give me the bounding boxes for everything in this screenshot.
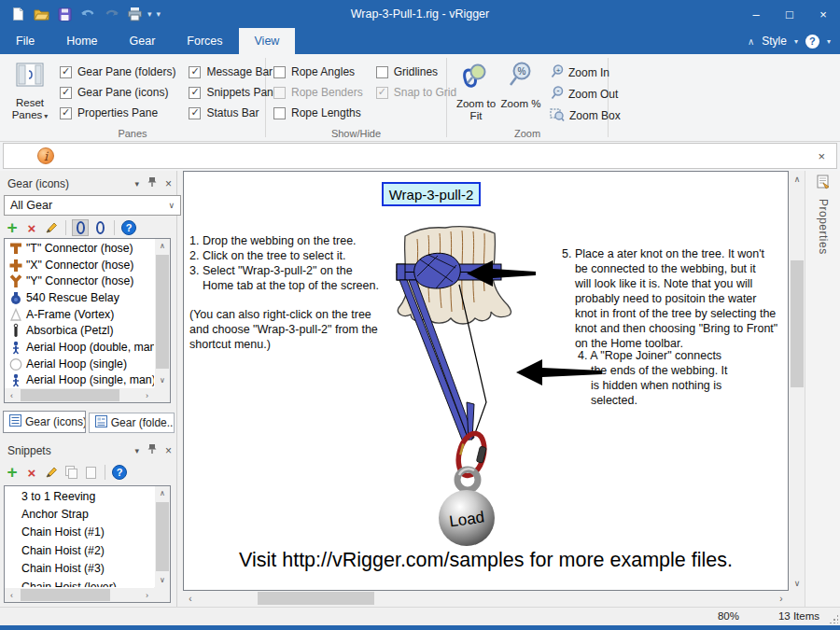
pane-close-icon[interactable]: ×: [165, 177, 172, 190]
resize-grip[interactable]: [829, 614, 838, 623]
scroll-down-icon[interactable]: ∨: [155, 373, 170, 387]
scroll-up-icon[interactable]: ∧: [155, 486, 170, 500]
gear-list-item[interactable]: Aerial Hoop (single): [5, 356, 154, 372]
help-icon[interactable]: ?: [805, 35, 819, 49]
zoom-out-button[interactable]: - Zoom Out: [550, 86, 621, 103]
close-button[interactable]: ×: [806, 0, 840, 28]
gear-help-button[interactable]: ?: [120, 219, 137, 236]
gear-view-small-button[interactable]: [91, 219, 108, 236]
delete-snippet-button[interactable]: ×: [23, 464, 40, 481]
help-dropdown-icon[interactable]: ▾: [827, 37, 831, 46]
checkbox-gear-pane-folders[interactable]: Gear Pane (folders): [60, 65, 175, 78]
tab-home[interactable]: Home: [50, 28, 113, 54]
undo-icon[interactable]: [79, 6, 96, 22]
message-bar-close-icon[interactable]: ×: [818, 149, 825, 163]
scroll-thumb[interactable]: [791, 260, 804, 387]
checkbox-snap-to-grid[interactable]: Snap to Grid: [376, 86, 456, 99]
customize-toolbar-icon[interactable]: ▾: [157, 9, 161, 19]
checkbox-rope-benders[interactable]: Rope Benders: [273, 86, 363, 99]
minimize-button[interactable]: –: [739, 0, 773, 28]
maximize-button[interactable]: □: [773, 0, 806, 28]
gear-list-item[interactable]: 540 Rescue Belay: [5, 289, 154, 306]
scroll-thumb[interactable]: [258, 592, 374, 605]
tab-gear-icons[interactable]: Gear (icons): [3, 411, 86, 433]
style-menu[interactable]: Style: [762, 35, 787, 48]
status-zoom-level[interactable]: 80%: [718, 610, 739, 622]
copy-icon: [65, 466, 77, 479]
scroll-up-icon[interactable]: ∧: [155, 239, 170, 253]
copy-snippet-icon[interactable]: [63, 464, 79, 481]
pane-menu-icon[interactable]: ▾: [134, 179, 139, 189]
gear-view-large-button[interactable]: [72, 219, 89, 236]
checkbox-properties-pane[interactable]: Properties Pane: [60, 106, 175, 119]
scroll-right-icon[interactable]: ›: [774, 591, 789, 606]
snippet-list-item[interactable]: Chain Hoist (#2): [5, 541, 154, 559]
save-icon[interactable]: [56, 6, 73, 22]
tab-gear[interactable]: Gear: [114, 28, 172, 54]
edit-gear-button[interactable]: [43, 219, 60, 236]
open-file-icon[interactable]: [33, 6, 49, 22]
new-file-icon[interactable]: [9, 6, 26, 22]
scroll-left-icon[interactable]: ‹: [5, 588, 19, 602]
tab-forces[interactable]: Forces: [171, 28, 238, 54]
snippets-help-button[interactable]: ?: [111, 464, 128, 481]
new-snippet-icon[interactable]: [82, 464, 99, 481]
tab-gear-folders[interactable]: Gear (folde...: [89, 413, 175, 433]
checkbox-gear-pane-icons[interactable]: Gear Pane (icons): [60, 86, 175, 99]
checkbox-rope-angles[interactable]: Rope Angles: [273, 65, 363, 78]
scroll-thumb[interactable]: [21, 389, 119, 401]
delete-gear-button[interactable]: ×: [23, 219, 40, 236]
gear-list-item[interactable]: A-Frame (Vortex): [5, 306, 154, 323]
gear-list-vscrollbar[interactable]: ∧ ∨: [155, 239, 170, 387]
scroll-down-icon[interactable]: ∨: [155, 573, 170, 587]
gear-list-item[interactable]: Aerial Hoop (double, man): [5, 339, 154, 356]
tab-file[interactable]: File: [0, 28, 50, 54]
scroll-right-icon[interactable]: ›: [140, 588, 154, 602]
scroll-left-icon[interactable]: ‹: [5, 388, 19, 402]
print-icon[interactable]: [126, 6, 143, 22]
collapse-ribbon-icon[interactable]: ∧: [748, 36, 754, 47]
gear-list-item[interactable]: "Y" Connector (hose): [5, 273, 154, 289]
snippet-list-item[interactable]: Chain Hoist (lever): [5, 578, 154, 587]
redo-icon[interactable]: [103, 6, 119, 22]
pin-icon[interactable]: [147, 176, 157, 190]
scroll-left-icon[interactable]: ‹: [183, 591, 198, 606]
pin-icon[interactable]: [147, 443, 157, 457]
rigging-canvas[interactable]: Load Wrap-3-pull-2 1. Drop the webbing o…: [183, 171, 789, 591]
gear-list-item[interactable]: Aerial Hoop (single, man): [5, 372, 154, 388]
snippet-list-item[interactable]: Chain Hoist (#3): [5, 560, 154, 578]
scroll-up-icon[interactable]: ∧: [790, 172, 805, 187]
diagram-title-box[interactable]: Wrap-3-pull-2: [382, 182, 481, 206]
gear-list-item[interactable]: "T" Connector (hose): [5, 240, 154, 257]
snippet-list-item[interactable]: 3 to 1 Reeving: [5, 487, 154, 505]
print-dropdown-icon[interactable]: ▾: [147, 9, 152, 19]
snippet-list-item[interactable]: Chain Hoist (#1): [5, 524, 154, 541]
gear-filter-dropdown[interactable]: All Gear ∨: [4, 195, 181, 216]
gear-list-item[interactable]: Absorbica (Petzl): [5, 322, 154, 339]
add-gear-button[interactable]: +: [4, 219, 21, 236]
snippets-hscrollbar[interactable]: ‹ ›: [5, 588, 154, 602]
scroll-thumb[interactable]: [21, 589, 110, 601]
zoom-in-button[interactable]: + Zoom In: [550, 64, 621, 81]
gear-list-item[interactable]: "X" Connector (hose): [5, 257, 154, 273]
pane-menu-icon[interactable]: ▾: [134, 446, 139, 455]
snippets-vscrollbar[interactable]: ∧ ∨: [155, 486, 170, 587]
zoom-out-label: Zoom Out: [568, 88, 618, 101]
snippet-list-item[interactable]: Anchor Strap: [5, 505, 154, 523]
canvas-hscrollbar[interactable]: ‹ ›: [183, 591, 789, 606]
zoom-box-button[interactable]: Zoom Box: [550, 107, 621, 124]
canvas-vscrollbar[interactable]: ∧ ∨: [790, 171, 805, 591]
scroll-thumb[interactable]: [156, 255, 169, 369]
style-dropdown-icon[interactable]: ▾: [794, 37, 798, 46]
scroll-down-icon[interactable]: ∨: [790, 576, 805, 591]
properties-tab[interactable]: Properties: [810, 175, 836, 255]
scroll-right-icon[interactable]: ›: [140, 388, 154, 402]
tab-view[interactable]: View: [239, 28, 296, 54]
checkbox-rope-lengths[interactable]: Rope Lengths: [273, 106, 363, 119]
scroll-thumb[interactable]: [156, 502, 169, 571]
checkbox-gridlines[interactable]: Gridlines: [376, 65, 456, 78]
add-snippet-button[interactable]: +: [4, 464, 21, 481]
pane-close-icon[interactable]: ×: [165, 444, 172, 457]
gear-list-hscrollbar[interactable]: ‹ ›: [5, 388, 154, 402]
edit-snippet-button[interactable]: [43, 464, 60, 481]
